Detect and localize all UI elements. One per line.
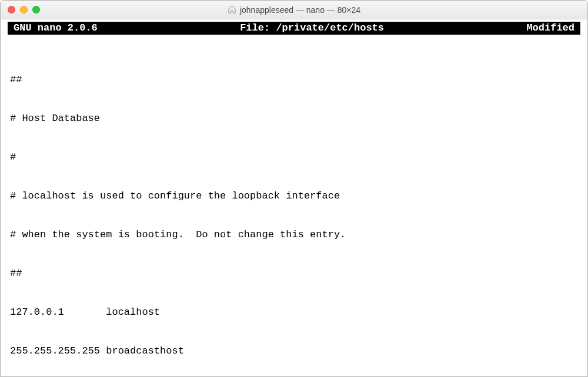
terminal-window: johnappleseed — nano — 80×24 GNU nano 2.… [0, 0, 588, 377]
editor-line: 127.0.0.1 localhost [10, 306, 578, 319]
home-icon [228, 5, 236, 14]
window-title-text: johnappleseed — nano — 80×24 [240, 5, 360, 15]
editor-line: ## [10, 267, 578, 280]
minimize-button[interactable] [20, 6, 28, 14]
editor-line: 255.255.255.255 broadcasthost [10, 345, 578, 358]
editor-line: ## [10, 73, 578, 86]
nano-version: GNU nano 2.0.6 [10, 22, 98, 35]
traffic-lights [8, 6, 40, 14]
titlebar[interactable]: johnappleseed — nano — 80×24 [1, 1, 587, 19]
nano-modified-status: Modified [526, 22, 578, 35]
editor-line: # when the system is booting. Do not cha… [10, 228, 578, 241]
editor-content[interactable]: ## # Host Database # # localhost is used… [1, 35, 587, 377]
nano-header: GNU nano 2.0.6 File: /private/etc/hosts … [8, 22, 580, 35]
close-button[interactable] [8, 6, 15, 14]
editor-line: # [10, 151, 578, 164]
terminal-content[interactable]: GNU nano 2.0.6 File: /private/etc/hosts … [1, 19, 587, 377]
maximize-button[interactable] [32, 6, 40, 14]
editor-line: # localhost is used to configure the loo… [10, 190, 578, 203]
nano-file-path: File: /private/etc/hosts [98, 22, 527, 35]
window-title: johnappleseed — nano — 80×24 [1, 5, 587, 15]
editor-line: # Host Database [10, 112, 578, 125]
